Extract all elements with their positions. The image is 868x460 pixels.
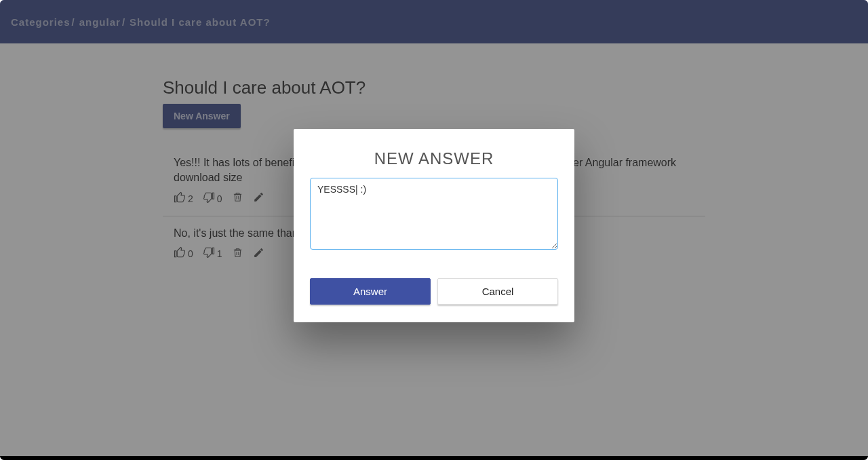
cancel-button[interactable]: Cancel xyxy=(437,278,558,305)
modal-buttons: Answer Cancel xyxy=(310,278,558,305)
modal-overlay[interactable]: NEW ANSWER Answer Cancel xyxy=(0,0,868,460)
answer-textarea[interactable] xyxy=(310,178,558,250)
bottom-bar xyxy=(0,456,868,460)
submit-answer-button[interactable]: Answer xyxy=(310,278,431,305)
modal-title: NEW ANSWER xyxy=(310,149,558,168)
new-answer-modal: NEW ANSWER Answer Cancel xyxy=(294,129,574,322)
